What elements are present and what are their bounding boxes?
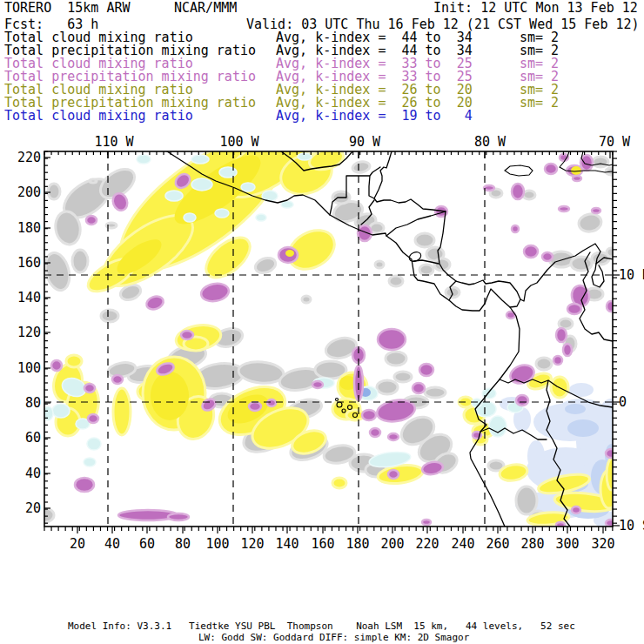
axis-label: 40 [104, 536, 120, 552]
axis-label: 200 [17, 184, 41, 200]
axis-label: 320 [591, 536, 614, 552]
axis-label: 160 [311, 536, 334, 552]
axis-label: 60 [25, 430, 41, 446]
axis-label: 70 W [599, 134, 631, 150]
axis-label: 80 W [474, 134, 506, 150]
axis-label: 220 [17, 150, 41, 165]
axis-label: 120 [240, 536, 264, 552]
axis-label: 140 [275, 536, 299, 552]
axis-label: 20 [25, 500, 41, 516]
axis-label: 300 [555, 536, 579, 552]
axis-label: 240 [451, 536, 474, 552]
weather-model-plot-page: TORERO 15km ARW NCAR/MMM Init: 12 UTC Mo… [0, 0, 644, 644]
axis-label: 100 [17, 360, 41, 376]
axis-label: 60 [139, 536, 155, 552]
axis-label: 180 [17, 220, 41, 236]
axis-label: 10 S [619, 518, 644, 533]
axis-label: 280 [520, 536, 544, 552]
axis-label: 80 [25, 395, 41, 411]
axis-label: 220 [415, 536, 439, 552]
jamaica-island [505, 165, 533, 176]
axis-label: 40 [25, 466, 41, 481]
axis-label: 20 [70, 536, 85, 552]
axis-label: 90 W [349, 134, 381, 150]
mixing-ratio-fields [37, 113, 632, 529]
axis-label: 180 [345, 536, 369, 552]
map-canvas: 110 W100 W90 W80 W70 W204060801001201401… [0, 0, 644, 644]
axis-label: 200 [380, 536, 404, 552]
axis-label: 10 N [619, 267, 644, 283]
axis-label: 160 [17, 255, 41, 271]
axis-label: 100 W [219, 134, 259, 150]
axis-label: 80 [175, 536, 191, 552]
axis-label: 0 [619, 394, 627, 410]
axis-label: 110 W [94, 134, 134, 150]
model-info-line2: LW: Godd SW: Goddard DIFF: simple KM: 2D… [198, 633, 469, 643]
axis-label: 260 [486, 536, 509, 552]
model-info-line1: Model Info: V3.3.1 Tiedtke YSU PBL Thomp… [68, 621, 575, 632]
axis-label: 120 [17, 325, 41, 340]
axis-label: 140 [17, 290, 41, 305]
axis-label: 100 [205, 536, 229, 552]
